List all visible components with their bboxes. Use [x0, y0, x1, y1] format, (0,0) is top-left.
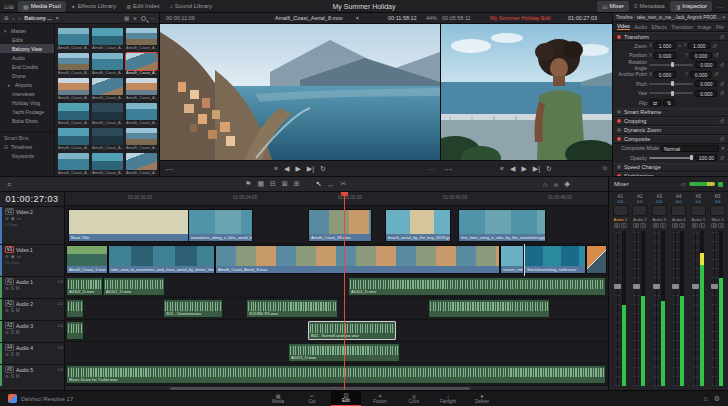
bin-balcony-view[interactable]: Balcony View [0, 44, 54, 53]
enable-dot-icon[interactable] [617, 128, 621, 132]
solo-button[interactable]: S [699, 223, 705, 228]
expand-caret-icon[interactable]: ▸ [8, 82, 13, 88]
timeline-clip[interactable]: sunset_vid.mov [500, 245, 524, 274]
reset-icon[interactable]: ↺ [719, 90, 724, 96]
transform-section-header[interactable]: Transform ↺ [613, 32, 728, 41]
enable-dot-icon[interactable] [617, 119, 621, 123]
step-forward-icon[interactable]: ▶| [307, 165, 314, 173]
bin-boba-shots[interactable]: Boba Shots [0, 116, 54, 125]
smart-reframe-section-header[interactable]: Smart Reframe [613, 108, 728, 117]
edit-index-button[interactable]: ≣ Edit Index [121, 1, 165, 12]
track-id[interactable]: V2 [5, 208, 14, 215]
timeline-viewer[interactable] [440, 24, 612, 160]
audio-clip[interactable]: A0102_D.mov [348, 277, 606, 296]
snapping-icon[interactable]: ∩ [539, 181, 550, 188]
media-pool-button[interactable]: ▦ Media Pool [18, 1, 66, 12]
timeline-timecode[interactable]: 01:00:27:03 [0, 192, 64, 206]
add-bin-icon[interactable]: ⊞ [4, 15, 9, 21]
bin-nav-back-icon[interactable]: ‹ [13, 15, 15, 21]
solo-button[interactable]: S [660, 223, 666, 228]
media-clip-thumbnail[interactable]: Amalfi_Coast_A... [126, 103, 157, 125]
audio-clip[interactable]: Music Score for Trailer.mov [66, 365, 606, 384]
timeline-clip[interactable]: mountains_along_a_lake_aerial_by_drone.j… [188, 209, 253, 242]
mute-button[interactable]: M [16, 330, 20, 335]
composite-mode-select[interactable]: Normal [661, 145, 719, 152]
anchor-x-field[interactable]: 0.000 [654, 71, 676, 78]
pan-knob[interactable] [710, 205, 725, 216]
timeline-clip[interactable]: Amalfi_Coast_Aerial_8.mov [215, 245, 500, 274]
fader[interactable] [673, 231, 678, 386]
timeline-clip[interactable]: Stock/snorkeling_turtle.mov [524, 245, 586, 274]
source-options-icon[interactable]: ⋯ [428, 165, 434, 172]
enable-video-icon[interactable]: ◉ [11, 216, 15, 221]
tab-effects[interactable]: Effects [652, 24, 667, 30]
bin-edits[interactable]: Edits [0, 35, 54, 44]
bin-drone[interactable]: Drone [0, 71, 54, 80]
timeline-options-icon[interactable]: ≡ [4, 181, 14, 188]
lock-icon[interactable]: ⊘ [5, 286, 9, 291]
step-forward-icon[interactable]: ▶| [533, 165, 540, 173]
mute-button[interactable]: M [16, 352, 20, 357]
audio-clip[interactable] [66, 321, 84, 340]
list-view-icon[interactable]: ≡ [133, 15, 136, 21]
collapse-caret-icon[interactable]: ▾ [4, 28, 9, 34]
pan-knob[interactable] [652, 205, 667, 216]
page-cut[interactable]: ✂ Cut [297, 391, 327, 406]
track-id[interactable]: A2 [5, 300, 14, 307]
media-clip-thumbnail-selected[interactable]: Amalfi_Coast_A... [126, 53, 157, 75]
opacity-slider[interactable] [649, 157, 693, 159]
fader[interactable] [615, 231, 620, 386]
pan-knob[interactable] [691, 205, 706, 216]
jog-icon[interactable]: ⌐¬ [166, 166, 173, 172]
play-icon[interactable]: ▶ [521, 165, 526, 173]
tab-file[interactable]: File [716, 24, 724, 30]
mixer-strip-a5[interactable]: A5 0.0 Audio 5 MS [689, 194, 708, 386]
zoom-y-field[interactable]: 1.000 [688, 42, 710, 49]
media-clip-thumbnail[interactable]: Amalfi_Coast_A... [126, 153, 157, 175]
link-icon[interactable]: ∞ [678, 43, 681, 48]
media-clip-thumbnail[interactable]: Amalfi_Coast_A... [58, 53, 89, 75]
trim-mode-icon[interactable]: ↔ [325, 181, 338, 188]
solo-button[interactable]: S [11, 330, 14, 335]
selection-mode-icon[interactable]: ↖ [313, 180, 325, 188]
track-id[interactable]: A1 [5, 278, 14, 285]
flip-horizontal-button[interactable]: ⇄ [649, 99, 661, 106]
audio-clip[interactable]: SOUND FX.wav [246, 299, 338, 318]
pitch-field[interactable]: 0.000 [695, 80, 717, 87]
bin-audio[interactable]: Audio [0, 53, 54, 62]
pan-value[interactable]: 0.0 [715, 199, 721, 204]
mixer-strip-a4[interactable]: A4 0.0 Audio 4 MS [670, 194, 689, 386]
fader[interactable] [693, 231, 698, 386]
pan-value[interactable]: 0.0 [617, 199, 623, 204]
media-clip-thumbnail[interactable]: Amalfi_Coast_A... [126, 128, 157, 150]
enable-dot-icon[interactable] [617, 165, 621, 169]
rotation-field[interactable]: 0.000 [695, 61, 717, 68]
lock-icon[interactable]: ⊘ [5, 352, 9, 357]
thumbnail-view-icon[interactable]: ▦ [124, 15, 129, 21]
source-clip-name-dropdown[interactable]: Amalfi_Coast_Aerial_8.mov [275, 15, 343, 21]
fader[interactable] [712, 231, 717, 386]
enable-dot-icon[interactable] [617, 35, 621, 39]
solo-button[interactable]: S [11, 286, 14, 291]
timeline-clip[interactable]: take_next_to_mountains_and_trees_aerial_… [108, 245, 215, 274]
solo-button[interactable]: S [11, 308, 14, 313]
step-back-icon[interactable]: ◀ [510, 165, 515, 173]
track-id[interactable]: A3 [5, 322, 14, 329]
media-clip-thumbnail[interactable]: Amalfi_Coast_A... [58, 128, 89, 150]
flip-vertical-button[interactable]: ⇅ [663, 99, 675, 106]
zoom-x-field[interactable]: 1.000 [654, 42, 676, 49]
resolve-logo-icon[interactable] [8, 394, 17, 403]
tab-video[interactable]: Video [617, 23, 630, 30]
effects-library-button[interactable]: ✦ Effects Library [66, 1, 121, 12]
reset-icon[interactable]: ↺ [719, 81, 724, 87]
metadata-button[interactable]: ≡ Metadata [629, 1, 670, 12]
lock-icon[interactable]: ⊘ [5, 254, 9, 259]
bin-end-credits[interactable]: End Credits [0, 62, 54, 71]
timeline-clip[interactable]: Amalfi_Coast_1.mov [66, 245, 108, 274]
bin-master[interactable]: ▾ Master [0, 26, 54, 35]
solo-button[interactable]: S [640, 223, 646, 228]
smart-bin-timelines[interactable]: ⊟ Timelines [0, 142, 54, 151]
media-clip-thumbnail[interactable]: Amalfi_Coast_A... [58, 153, 89, 175]
speed-change-section-header[interactable]: Speed Change [613, 163, 728, 172]
replace-clip-icon[interactable]: ⊠ [279, 180, 291, 188]
